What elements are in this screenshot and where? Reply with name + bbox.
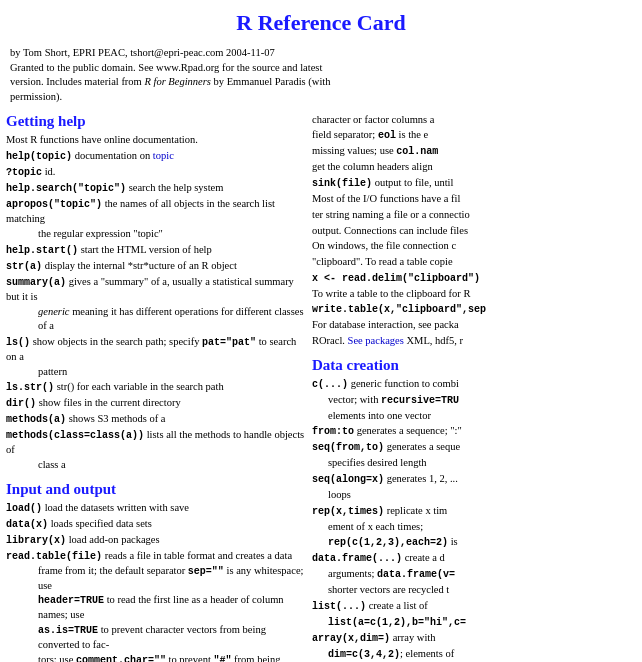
dc-seq-1: seq(from,to) generates a seque bbox=[312, 440, 636, 455]
dc-rep-2: ement of x each times; bbox=[312, 520, 636, 535]
byline-line1: by Tom Short, EPRI PEAC, tshort@epri-pea… bbox=[10, 47, 275, 58]
dc-c-2: vector; with recursive=TRU bbox=[312, 393, 636, 408]
apropos-entry: apropos("topic") the names of all object… bbox=[6, 197, 306, 241]
methods-a-entry: methods(a) shows S3 methods of a bbox=[6, 412, 306, 427]
dc-seq-2: specifies desired length bbox=[312, 456, 636, 471]
load-entry: load() load the datasets written with sa… bbox=[6, 501, 306, 516]
right-write-1: To write a table to the clipboard for R bbox=[312, 287, 636, 302]
data-creation-heading: Data creation bbox=[312, 357, 636, 374]
page-title: R Reference Card bbox=[0, 10, 642, 36]
right-column: character or factor columns a field sepa… bbox=[312, 105, 636, 662]
right-db-1: For database interaction, see packa bbox=[312, 318, 636, 333]
sink-entry: sink(file) output to file, until bbox=[312, 176, 636, 191]
input-output-heading: Input and output bbox=[6, 481, 306, 498]
help-topic-entry: help(topic) documentation on topic bbox=[6, 149, 306, 164]
str-entry: str(a) display the internal *str*ucture … bbox=[6, 259, 306, 274]
right-line-4: get the column headers align bbox=[312, 160, 636, 175]
dc-array-2: dim=c(3,4,2); elements of bbox=[312, 647, 636, 662]
right-db-2: ROracl. See packages XML, hdf5, r bbox=[312, 334, 636, 349]
dc-c-1: c(...) generic function to combi bbox=[312, 377, 636, 392]
getting-help-intro: Most R functions have online documentati… bbox=[6, 133, 306, 148]
right-clipboard-1: "clipboard". To read a table copie bbox=[312, 255, 636, 270]
dc-rep-1: rep(x,times) replicate x tim bbox=[312, 504, 636, 519]
read-table-entry: read.table(file) reads a file in table f… bbox=[6, 549, 306, 662]
dc-list-2: list(a=c(1,2),b="hi",c= bbox=[312, 615, 636, 630]
dc-c-3: elements into one vector bbox=[312, 409, 636, 424]
right-io-4: On windows, the file connection c bbox=[312, 239, 636, 254]
dc-array-1: array(x,dim=) array with bbox=[312, 631, 636, 646]
library-entry: library(x) load add-on packages bbox=[6, 533, 306, 548]
ls-entry: ls() show objects in the search path; sp… bbox=[6, 335, 306, 379]
dc-rep-3: rep(c(1,2,3),each=2) is bbox=[312, 535, 636, 550]
right-io-2: ter string naming a file or a connectio bbox=[312, 208, 636, 223]
dc-seq-along-2: loops bbox=[312, 488, 636, 503]
summary-entry: summary(a) gives a "summary" of a, usual… bbox=[6, 275, 306, 334]
right-io-1: Most of the I/O functions have a fil bbox=[312, 192, 636, 207]
question-topic-entry: ?topic id. bbox=[6, 165, 306, 180]
dc-df-3: shorter vectors are recycled t bbox=[312, 583, 636, 598]
dir-entry: dir() show files in the current director… bbox=[6, 396, 306, 411]
dc-from-to: from:to generates a sequence; ":" bbox=[312, 424, 636, 439]
right-line-2: field separator; eol is the e bbox=[312, 128, 636, 143]
data-entry: data(x) loads specified data sets bbox=[6, 517, 306, 532]
two-columns: Getting help Most R functions have onlin… bbox=[0, 105, 642, 662]
help-start-entry: help.start() start the HTML version of h… bbox=[6, 243, 306, 258]
getting-help-heading: Getting help bbox=[6, 113, 306, 130]
byline-line4: permission). bbox=[10, 91, 62, 102]
methods-class-entry: methods(class=class(a)) lists all the me… bbox=[6, 428, 306, 472]
right-line-3: missing values; use col.nam bbox=[312, 144, 636, 159]
byline: by Tom Short, EPRI PEAC, tshort@epri-pea… bbox=[10, 46, 632, 105]
help-search-entry: help.search("topic") search the help sys… bbox=[6, 181, 306, 196]
right-io-3: output. Connections can include files bbox=[312, 224, 636, 239]
title-area: R Reference Card bbox=[0, 0, 642, 42]
byline-line3: version. Includes material from R for Be… bbox=[10, 76, 330, 87]
dc-seq-along-1: seq(along=x) generates 1, 2, ... bbox=[312, 472, 636, 487]
dc-list-1: list(...) create a list of bbox=[312, 599, 636, 614]
dc-df-2: arguments; data.frame(v= bbox=[312, 567, 636, 582]
right-write-2: write.table(x,"clipboard",sep bbox=[312, 302, 636, 317]
left-column: Getting help Most R functions have onlin… bbox=[6, 105, 306, 662]
page: R Reference Card by Tom Short, EPRI PEAC… bbox=[0, 0, 642, 662]
right-line-1: character or factor columns a bbox=[312, 113, 636, 128]
right-clipboard-2: x <- read.delim("clipboard") bbox=[312, 271, 636, 286]
dc-df-1: data.frame(...) create a d bbox=[312, 551, 636, 566]
ls-str-entry: ls.str() str() for each variable in the … bbox=[6, 380, 306, 395]
byline-line2: Granted to the public domain. See www.Rp… bbox=[10, 62, 322, 73]
